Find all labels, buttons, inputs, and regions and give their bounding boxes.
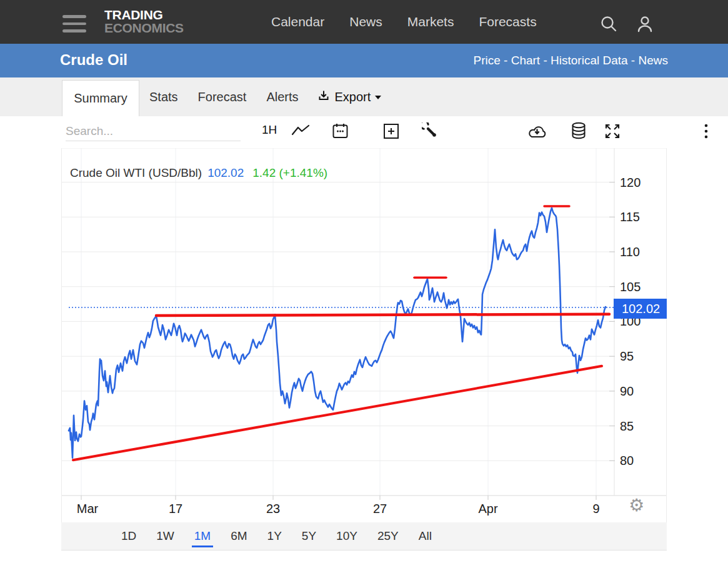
line-chart-style-icon[interactable] bbox=[291, 124, 310, 141]
breadcrumb-link-news[interactable]: News bbox=[638, 54, 668, 67]
breadcrumb-separator: - bbox=[540, 54, 551, 67]
fullscreen-icon[interactable] bbox=[604, 122, 621, 142]
interval-button[interactable]: 1H bbox=[262, 123, 277, 137]
page: TRADING ECONOMICS CalendarNewsMarketsFor… bbox=[0, 0, 728, 563]
breadcrumb: Price - Chart - Historical Data - News bbox=[474, 54, 669, 67]
period-10y[interactable]: 10Y bbox=[334, 526, 360, 547]
period-1d[interactable]: 1D bbox=[119, 526, 139, 547]
nav-item-news[interactable]: News bbox=[349, 14, 382, 29]
last-price-badge: 102.02 bbox=[614, 299, 667, 319]
logo-line2: ECONOMICS bbox=[104, 22, 184, 34]
database-icon[interactable] bbox=[571, 122, 586, 142]
y-axis-label: 105 bbox=[620, 280, 641, 294]
period-6m[interactable]: 6M bbox=[228, 526, 249, 547]
breadcrumb-separator: - bbox=[501, 54, 511, 67]
tab-export[interactable]: Export bbox=[309, 77, 391, 116]
top-nav: TRADING ECONOMICS CalendarNewsMarketsFor… bbox=[0, 0, 728, 44]
resistance-line[interactable] bbox=[156, 314, 609, 316]
x-axis-label: 17 bbox=[169, 502, 182, 516]
tab-bar: SummaryStatsForecastAlerts Export bbox=[0, 77, 728, 116]
price-chart[interactable]: 80859095100105110115120Mar172327Apr9 bbox=[0, 148, 728, 523]
breadcrumb-link-chart[interactable]: Chart bbox=[511, 54, 540, 67]
y-axis-label: 90 bbox=[620, 384, 634, 398]
tab-stats[interactable]: Stats bbox=[139, 77, 188, 116]
y-axis-label: 110 bbox=[620, 245, 640, 259]
export-caret-icon bbox=[375, 96, 381, 99]
nav-item-markets[interactable]: Markets bbox=[407, 14, 454, 29]
search-input[interactable] bbox=[66, 121, 241, 141]
x-axis-label: Apr bbox=[478, 502, 497, 516]
add-indicator-icon[interactable] bbox=[383, 123, 399, 142]
wrench-settings-icon[interactable] bbox=[422, 122, 438, 141]
x-axis-label: 9 bbox=[592, 502, 599, 516]
tab-alerts[interactable]: Alerts bbox=[256, 77, 308, 116]
cloud-download-icon[interactable] bbox=[526, 124, 549, 142]
tabs-list: SummaryStatsForecastAlerts bbox=[1, 77, 309, 116]
kebab-menu-icon[interactable] bbox=[704, 123, 709, 142]
nav-items: CalendarNewsMarketsForecasts bbox=[271, 0, 537, 44]
y-axis-label: 80 bbox=[620, 454, 634, 467]
period-1m[interactable]: 1M bbox=[192, 526, 213, 547]
price-line-series bbox=[69, 208, 606, 458]
x-axis-label: 27 bbox=[373, 502, 387, 516]
user-icon[interactable] bbox=[636, 14, 654, 36]
period-1y[interactable]: 1Y bbox=[265, 526, 284, 547]
quote-change: 1.42 (+1.41%) bbox=[252, 166, 327, 180]
x-axis-label: 23 bbox=[266, 502, 280, 516]
y-axis-label: 95 bbox=[620, 349, 634, 363]
hamburger-menu-icon[interactable] bbox=[62, 15, 86, 31]
search-icon[interactable] bbox=[599, 14, 619, 36]
period-1w[interactable]: 1W bbox=[154, 526, 177, 547]
period-all[interactable]: All bbox=[416, 526, 434, 547]
logo[interactable]: TRADING ECONOMICS bbox=[104, 9, 184, 34]
period-5y[interactable]: 5Y bbox=[299, 526, 319, 547]
title-band: Crude Oil Price - Chart - Historical Dat… bbox=[0, 44, 728, 77]
chart-toolbar: 1H bbox=[61, 116, 667, 148]
tab-forecast[interactable]: Forecast bbox=[188, 77, 257, 116]
y-axis-label: 85 bbox=[620, 419, 634, 433]
x-axis-label: Mar bbox=[77, 502, 99, 516]
support-trendline[interactable] bbox=[73, 366, 602, 460]
export-download-icon bbox=[317, 89, 331, 105]
period-25y[interactable]: 25Y bbox=[375, 526, 401, 547]
calendar-icon[interactable] bbox=[332, 122, 349, 142]
tab-summary[interactable]: Summary bbox=[62, 80, 139, 116]
export-label: Export bbox=[335, 90, 371, 104]
y-axis-label: 115 bbox=[620, 210, 640, 224]
page-title: Crude Oil bbox=[60, 51, 127, 69]
y-axis-label: 120 bbox=[620, 176, 641, 189]
period-bar: 1D1W1M6M1Y5Y10Y25YAll bbox=[61, 522, 667, 551]
quote-price: 102.02 bbox=[207, 166, 244, 180]
nav-item-calendar[interactable]: Calendar bbox=[271, 14, 324, 29]
breadcrumb-link-price[interactable]: Price bbox=[474, 54, 501, 67]
breadcrumb-separator: - bbox=[628, 54, 639, 67]
logo-line1: TRADING bbox=[104, 9, 184, 21]
settings-gear-icon[interactable]: ⚙ bbox=[629, 495, 644, 516]
breadcrumb-link-historical-data[interactable]: Historical Data bbox=[551, 54, 628, 67]
quote-header: Crude Oil WTI (USD/Bbl) 102.02 1.42 (+1.… bbox=[70, 166, 327, 180]
quote-name: Crude Oil WTI (USD/Bbl) bbox=[70, 166, 202, 180]
nav-item-forecasts[interactable]: Forecasts bbox=[479, 14, 536, 29]
